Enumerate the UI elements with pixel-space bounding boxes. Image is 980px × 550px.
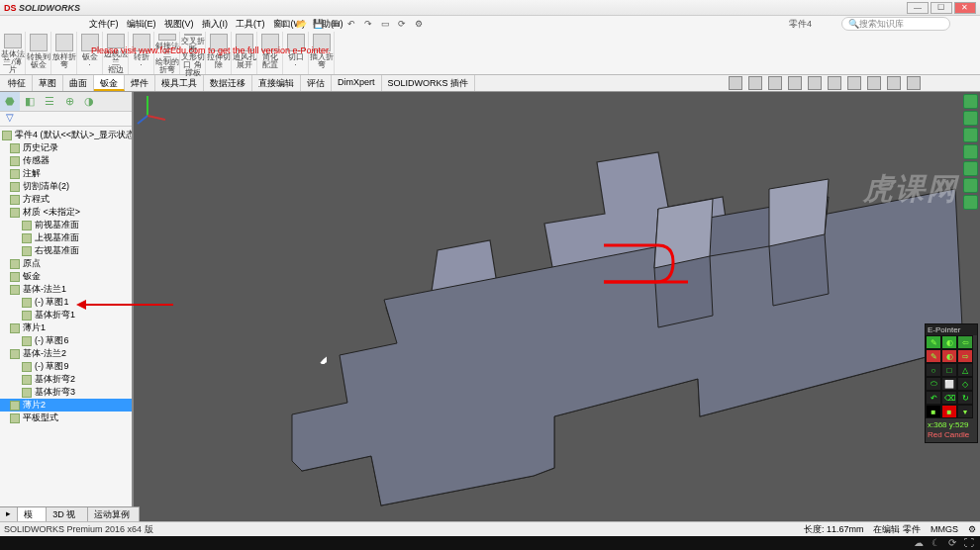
filter-tree[interactable]: ▽ bbox=[0, 112, 132, 127]
feature-icon bbox=[22, 336, 32, 346]
minimize-button[interactable]: — bbox=[907, 2, 929, 14]
save-icon[interactable]: 💾 bbox=[311, 17, 325, 31]
edit-appearance-icon[interactable] bbox=[867, 76, 881, 90]
select-icon[interactable]: ▭ bbox=[378, 17, 392, 31]
tree-node[interactable]: 上视基准面 bbox=[0, 231, 132, 244]
tree-node[interactable]: 基体-法兰1 bbox=[0, 283, 132, 296]
maximize-button[interactable]: ☐ bbox=[931, 2, 952, 14]
epointer-watermark: Please visit www.forEdu.com to get the f… bbox=[91, 46, 331, 55]
unit-system[interactable]: MMGS bbox=[931, 524, 958, 534]
display-tab[interactable]: ◑ bbox=[79, 92, 99, 111]
solidworks-resources-icon[interactable] bbox=[963, 94, 978, 109]
view-settings-icon[interactable] bbox=[907, 76, 921, 90]
appearances-icon[interactable] bbox=[963, 161, 978, 176]
forum-icon[interactable] bbox=[963, 195, 978, 210]
tree-node[interactable]: 基体折弯1 bbox=[0, 309, 132, 321]
open-icon[interactable]: 📂 bbox=[294, 17, 308, 31]
tree-node[interactable]: 前视基准面 bbox=[0, 219, 132, 231]
command-tab[interactable]: 钣金 bbox=[94, 75, 125, 91]
ribbon-command[interactable]: 基体法兰/薄片 bbox=[0, 32, 26, 74]
ribbon-command[interactable]: 转换到钣金 bbox=[26, 32, 51, 74]
redo-icon[interactable]: ↷ bbox=[361, 17, 375, 31]
view-tab[interactable]: 3D 视图 bbox=[47, 507, 88, 521]
zoom-area-icon[interactable] bbox=[748, 76, 762, 90]
apply-scene-icon[interactable] bbox=[887, 76, 901, 90]
search-input[interactable]: 🔍 搜索知识库 bbox=[841, 17, 950, 31]
tree-node[interactable]: 原点 bbox=[0, 257, 132, 270]
feature-icon bbox=[10, 195, 20, 205]
tree-node[interactable]: 基体-法兰2 bbox=[0, 347, 132, 360]
feature-tree-tab[interactable]: ⬣ bbox=[0, 92, 20, 111]
new-icon[interactable]: 🗎 bbox=[277, 17, 291, 31]
options-icon[interactable]: ⚙ bbox=[412, 17, 426, 31]
status-icons[interactable]: ⚙ bbox=[968, 524, 976, 534]
tree-node[interactable]: 方程式 bbox=[0, 193, 132, 206]
expand-icon[interactable]: ▸ bbox=[0, 507, 18, 521]
tree-node[interactable]: 基体折弯2 bbox=[0, 373, 132, 386]
tree-node[interactable]: 切割清单(2) bbox=[0, 180, 132, 193]
feature-icon bbox=[10, 323, 20, 333]
ribbon-command[interactable]: 放样折弯 bbox=[51, 32, 77, 74]
tree-root-node[interactable]: 零件4 (默认<<默认>_显示状态 1>) bbox=[0, 129, 132, 141]
prev-view-icon[interactable] bbox=[768, 76, 782, 90]
custom-properties-icon[interactable] bbox=[963, 178, 978, 193]
menu-item[interactable]: 文件(F) bbox=[89, 19, 119, 29]
tree-node[interactable]: (-) 草图1 bbox=[0, 296, 132, 309]
zoom-fit-icon[interactable] bbox=[729, 76, 742, 90]
command-tab[interactable]: 直接编辑 bbox=[252, 75, 301, 91]
display-style-icon[interactable] bbox=[828, 76, 841, 90]
dimxpert-tab[interactable]: ⊕ bbox=[59, 92, 79, 111]
close-button[interactable]: ✕ bbox=[954, 2, 976, 14]
app-logo: DS SOLIDWORKS bbox=[4, 3, 80, 13]
tree-node[interactable]: (-) 草图9 bbox=[0, 360, 132, 373]
view-orient-icon[interactable] bbox=[808, 76, 822, 90]
file-explorer-icon[interactable] bbox=[963, 128, 978, 142]
tree-node[interactable]: (-) 草图6 bbox=[0, 334, 132, 347]
command-tab[interactable]: 数据迁移 bbox=[204, 75, 252, 91]
tree-node[interactable]: 薄片2 bbox=[0, 399, 132, 412]
menu-item[interactable]: 视图(V) bbox=[164, 19, 194, 29]
hide-show-icon[interactable] bbox=[847, 76, 861, 90]
config-tab[interactable]: ☰ bbox=[40, 92, 59, 111]
menu-item[interactable]: 编辑(E) bbox=[127, 19, 156, 29]
moon-icon[interactable]: ☾ bbox=[931, 537, 940, 548]
print-icon[interactable]: 🖶 bbox=[328, 17, 342, 31]
undo-icon[interactable]: ↶ bbox=[344, 17, 358, 31]
view-tab[interactable]: 模型 bbox=[18, 507, 47, 521]
tree-node[interactable]: 基体折弯3 bbox=[0, 386, 132, 399]
tree-node[interactable]: 传感器 bbox=[0, 154, 132, 167]
tree-node[interactable]: 平板型式 bbox=[0, 412, 132, 424]
rebuild-icon[interactable]: ⟳ bbox=[395, 17, 409, 31]
command-tab[interactable]: DimXpert bbox=[332, 75, 382, 91]
refresh-icon[interactable]: ⟳ bbox=[948, 537, 956, 548]
epointer-panel[interactable]: E-Pointer ✎◐⇦ ✎◐⇨ ○□△ ⬭⬜◇ ↶⌫↻ ■■▾ x:368 … bbox=[925, 323, 978, 443]
command-tab[interactable]: 模具工具 bbox=[155, 75, 204, 91]
tree-node[interactable]: 薄片1 bbox=[0, 321, 132, 334]
command-tab[interactable]: 焊件 bbox=[125, 75, 155, 91]
orientation-triad[interactable] bbox=[134, 92, 167, 126]
cloud-icon[interactable]: ☁ bbox=[914, 537, 924, 548]
view-palette-icon[interactable] bbox=[963, 144, 978, 159]
design-library-icon[interactable] bbox=[963, 111, 978, 126]
command-tab[interactable]: 草图 bbox=[33, 75, 63, 91]
player-bar: ☁ ☾ ⟳ ⛶ bbox=[0, 536, 980, 550]
command-tab[interactable]: 曲面 bbox=[63, 75, 94, 91]
command-tab[interactable]: SOLIDWORKS 插件 bbox=[382, 75, 476, 91]
svg-line-9 bbox=[138, 116, 147, 124]
section-icon[interactable] bbox=[788, 76, 802, 90]
menu-item[interactable]: 工具(T) bbox=[236, 19, 265, 29]
tree-node[interactable]: 历史记录 bbox=[0, 141, 132, 154]
view-tab[interactable]: 运动算例 1 bbox=[88, 507, 140, 521]
tree-node[interactable]: 钣金 bbox=[0, 270, 132, 283]
command-tab[interactable]: 特征 bbox=[2, 75, 33, 91]
tree-node[interactable]: 右视基准面 bbox=[0, 244, 132, 257]
menu-item[interactable]: 插入(I) bbox=[202, 19, 229, 29]
fullscreen-icon[interactable]: ⛶ bbox=[964, 537, 974, 548]
graphics-viewport[interactable]: 虎课网 E-Pointer ✎◐⇦ ✎◐⇨ ○□△ ⬭⬜◇ ↶⌫↻ ■■▾ x:… bbox=[134, 92, 980, 531]
feature-icon bbox=[10, 259, 20, 269]
command-tab[interactable]: 评估 bbox=[301, 75, 332, 91]
tree-node[interactable]: 材质 <未指定> bbox=[0, 206, 132, 219]
property-tab[interactable]: ◧ bbox=[20, 92, 40, 111]
tree-node[interactable]: 注解 bbox=[0, 167, 132, 180]
site-watermark: 虎课网 bbox=[863, 169, 958, 210]
